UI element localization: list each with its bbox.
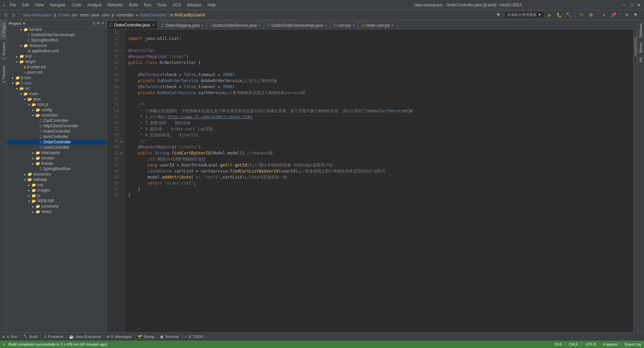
tree-controller-folder[interactable]: ▾ 📂 controller — [7, 113, 106, 118]
status-event-log[interactable]: Event Log — [622, 342, 641, 346]
status-indent[interactable]: 4 spaces — [600, 342, 621, 346]
breadcrumb-workspace[interactable]: idea-workspace — [23, 13, 51, 17]
tab-cart-jsp[interactable]: ⬡ cart.jsp ✕ — [330, 21, 358, 29]
toolbar-btn-extra2[interactable]: ⚙ — [587, 11, 595, 19]
tab-messages[interactable]: ✉ 0: Messages — [104, 333, 135, 341]
toolbar-build-button[interactable]: 🔨 — [565, 11, 573, 19]
minimize-button[interactable]: ─ — [622, 3, 627, 7]
tab-build[interactable]: 🔨 Build — [20, 333, 40, 341]
tab-close-icon[interactable]: ✕ — [353, 23, 355, 27]
status-charset[interactable]: UTF-8 — [583, 342, 599, 346]
vtab-structure[interactable]: Z: Structure — [0, 40, 6, 62]
tree-jt-web[interactable]: ▾ 📂 jt-web — [7, 80, 106, 86]
tree-config[interactable]: ▸ 📁 config — [7, 107, 106, 113]
breadcrumb-src[interactable]: src — [72, 13, 77, 17]
run-green-button[interactable]: ▶ — [546, 11, 554, 19]
tab-dubbo-order-service[interactable]: I DubboOrderService.java ✕ — [207, 21, 264, 29]
tree-resources1[interactable]: ▾ 📁 resources — [7, 43, 106, 48]
tree-java[interactable]: ▾ 📂 java — [7, 96, 106, 102]
status-crlf[interactable]: CRLF — [566, 342, 582, 346]
menu-refactor[interactable]: Refactor — [105, 2, 125, 8]
status-position[interactable]: 29:8 — [554, 342, 565, 346]
menu-build[interactable]: Build — [126, 2, 141, 8]
tree-images[interactable]: ▸ 📁 images — [7, 188, 106, 193]
scrollbar-track[interactable] — [633, 29, 637, 332]
tab-todo[interactable]: ✓ 6: TODO — [182, 333, 207, 341]
tab-close-icon[interactable]: ✕ — [324, 23, 327, 27]
tree-js[interactable]: ▸ 📁 js — [7, 193, 106, 198]
tab-terminal[interactable]: ▣ Terminal — [157, 333, 182, 341]
tree-item-controller[interactable]: C ItemController — [7, 134, 106, 139]
collapse-all-button[interactable]: ⟨⟩ — [93, 21, 95, 25]
back-button[interactable]: ◁ — [1, 11, 9, 19]
vtab-project[interactable]: 1: Project — [0, 20, 6, 40]
tree-index-controller[interactable]: C IndexController — [7, 129, 106, 134]
menu-view[interactable]: View — [32, 2, 46, 8]
tree-httpclient-controller[interactable]: C HttpClientController — [7, 123, 106, 129]
breadcrumb-jt2[interactable]: jt — [112, 13, 114, 17]
tree-thread[interactable]: ▸ 📁 thread — [7, 161, 106, 166]
tree-jt-order-iml[interactable]: ◆ jt-order.iml — [7, 64, 106, 70]
tab-spring[interactable]: 🌱 Spring — [135, 333, 157, 341]
vtab-favorites[interactable]: 2: Favorites — [0, 63, 6, 85]
code-editor[interactable]: 11 12 13 14✓ 15 16 17 18 19 20 21 22 23 … — [107, 29, 637, 332]
scrollbar-thumb[interactable] — [634, 36, 637, 56]
tree-user-controller[interactable]: C UserController — [7, 145, 106, 150]
tree-springbootrun1[interactable]: C SpringBootRun — [7, 38, 106, 43]
tree-service-web[interactable]: ▸ 📁 service — [7, 155, 106, 161]
code-content[interactable]: import java.util.List; @Controller @Requ… — [125, 29, 633, 332]
breadcrumb-jt-web[interactable]: jt-web — [59, 13, 69, 17]
breadcrumb-method[interactable]: m findCartByUserId — [170, 13, 205, 17]
forward-button[interactable]: ▷ — [10, 11, 18, 19]
panel-database[interactable]: Database — [638, 21, 643, 40]
tree-views[interactable]: ▸ 📁 views — [7, 209, 106, 214]
tree-webapp[interactable]: ▾ 📂 webapp — [7, 177, 106, 182]
tree-dubboorderserviceimpl[interactable]: C DubboOrderServiceImpl — [7, 32, 106, 38]
menu-tools[interactable]: Tools — [155, 2, 169, 8]
tab-close-icon[interactable]: ✕ — [201, 23, 204, 27]
breadcrumb-com[interactable]: com — [102, 13, 109, 17]
tree-service-folder[interactable]: ▾ 📁 service — [7, 27, 106, 32]
tree-order-controller[interactable]: C OrderController — [7, 139, 106, 145]
menu-code[interactable]: Code — [69, 2, 84, 8]
search-button[interactable]: 🔍 — [632, 11, 640, 19]
menu-analyze[interactable]: Analyze — [85, 2, 104, 8]
debug-button[interactable]: 🐛 — [555, 11, 563, 19]
panel-maven[interactable]: Maven — [638, 41, 643, 55]
tree-cart-controller[interactable]: C CartController — [7, 118, 106, 123]
tree-pom-xml[interactable]: ✦ pom.xml — [7, 70, 106, 75]
search-everywhere-button[interactable]: 🔍 — [495, 11, 503, 19]
menu-file[interactable]: File — [7, 2, 18, 8]
tree-main[interactable]: ▾ 📂 main — [7, 91, 106, 96]
tab-close-icon[interactable]: ✕ — [258, 23, 261, 27]
tab-dubbo-order-service-impl[interactable]: C DubboOrderServiceImpl.java ✕ — [264, 21, 330, 29]
menu-window[interactable]: Window — [184, 2, 204, 8]
toolbar-btn-extra1[interactable]: ⟳ — [578, 11, 586, 19]
tree-test[interactable]: ▸ 📁 test — [7, 54, 106, 59]
breadcrumb-ordercontroller[interactable]: ● OrderController — [136, 13, 167, 17]
breadcrumb-controller[interactable]: controller — [117, 13, 133, 17]
tree-springbootrun-web[interactable]: C SpringBootRun — [7, 166, 106, 171]
settings-button[interactable]: ⚙ — [623, 11, 631, 19]
panel-ant[interactable]: Ant — [638, 55, 643, 64]
tab-problems[interactable]: ⚠ Problems — [41, 333, 66, 341]
menu-help[interactable]: Help — [205, 2, 218, 8]
dropdown-system[interactable]: 京淘前台管理系统 ▼ — [504, 11, 544, 18]
tree-interceptor[interactable]: ▸ 📁 interceptor — [7, 150, 106, 155]
menu-vcs[interactable]: VCS — [170, 2, 184, 8]
breadcrumb-jt[interactable]: jt — [54, 13, 56, 17]
tree-webinf[interactable]: ▾ 📂 WEB-INF — [7, 198, 106, 204]
toolbar-btn-extra3[interactable]: 📌 — [609, 11, 618, 19]
tab-run[interactable]: ▶ 4: Run — [0, 333, 20, 341]
tree-com-jt[interactable]: ▾ 📂 com.jt — [7, 102, 106, 107]
tree-application-yml[interactable]: ⚙ application.yml — [7, 48, 106, 54]
tree-target[interactable]: ▾ 📂 target — [7, 59, 106, 64]
sidebar-settings-button[interactable]: ⚙ — [97, 21, 100, 25]
close-button[interactable]: ✕ — [637, 3, 641, 7]
breadcrumb-main[interactable]: main — [80, 13, 89, 17]
maximize-button[interactable]: □ — [629, 3, 634, 7]
tree-commons[interactable]: ▸ 📁 commons — [7, 204, 106, 209]
tab-order-cart-jsp[interactable]: ⬡ order-cart.jsp ✕ — [359, 21, 397, 29]
tab-close-icon[interactable]: ✕ — [152, 23, 155, 27]
tab-java-enterprise[interactable]: ☕ Java Enterprise — [66, 333, 104, 341]
